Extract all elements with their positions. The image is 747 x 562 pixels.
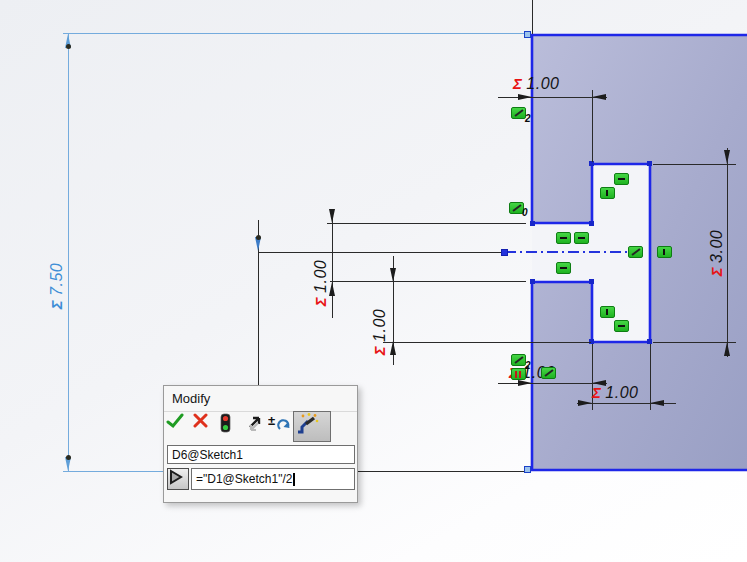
on-edge-constraint-icon[interactable]	[511, 107, 526, 119]
horizontal-constraint-icon[interactable]	[556, 262, 571, 274]
solidworks-sketch-viewport: Σ 1.00 Σ 7.50 Σ 3.00 Σ 1.00 Σ 1.00 Σ 1.0…	[0, 0, 747, 562]
pierce-constraint-icon[interactable]	[628, 246, 643, 258]
vertical-constraint-icon[interactable]	[600, 306, 615, 318]
vertical-constraint-icon[interactable]	[600, 187, 615, 199]
spin-increment-icon: ±	[268, 413, 292, 435]
constraint-subscript: 2	[525, 113, 531, 124]
dialog-title: Modify	[172, 391, 210, 406]
svg-text:±: ±	[268, 413, 275, 428]
overlapped-constraint-icon[interactable]	[511, 368, 526, 380]
equation-input-field[interactable]: ="D1@Sketch1"/2	[191, 468, 355, 490]
spin-increment-button[interactable]: ±	[268, 413, 292, 441]
text-caret	[293, 473, 295, 486]
equation-value: ="D1@Sketch1"/2	[196, 472, 292, 486]
constraint-subscript: 0	[522, 207, 528, 218]
vertical-constraint-icon[interactable]	[657, 246, 672, 258]
horizontal-constraint-icon[interactable]	[556, 232, 571, 244]
traffic-light-icon	[220, 413, 231, 433]
checkmark-icon	[166, 413, 184, 429]
flip-restore-button[interactable]	[244, 413, 270, 441]
close-x-icon	[193, 413, 208, 428]
rebuild-button[interactable]	[220, 413, 246, 441]
dimension-name-field[interactable]: D6@Sketch1	[167, 445, 355, 464]
expand-arrow-icon	[168, 469, 184, 485]
horizontal-constraint-icon[interactable]	[614, 173, 629, 185]
equation-wand-icon	[294, 412, 320, 436]
horizontal-constraint-icon[interactable]	[614, 320, 629, 332]
on-edge-constraint-icon[interactable]	[541, 367, 556, 379]
cancel-button[interactable]	[193, 413, 219, 441]
dimension-name-value: D6@Sketch1	[172, 448, 243, 462]
expand-arrow-button[interactable]	[167, 468, 189, 490]
equation-wand-button[interactable]	[293, 411, 331, 442]
modify-dialog[interactable]: Modify ±	[163, 385, 358, 503]
on-edge-constraint-icon[interactable]	[511, 354, 526, 366]
flip-arrows-icon	[244, 413, 266, 435]
constraint-icons: 2 0 2	[0, 0, 747, 562]
horizontal-constraint-icon[interactable]	[574, 232, 589, 244]
accept-button[interactable]	[166, 413, 192, 441]
